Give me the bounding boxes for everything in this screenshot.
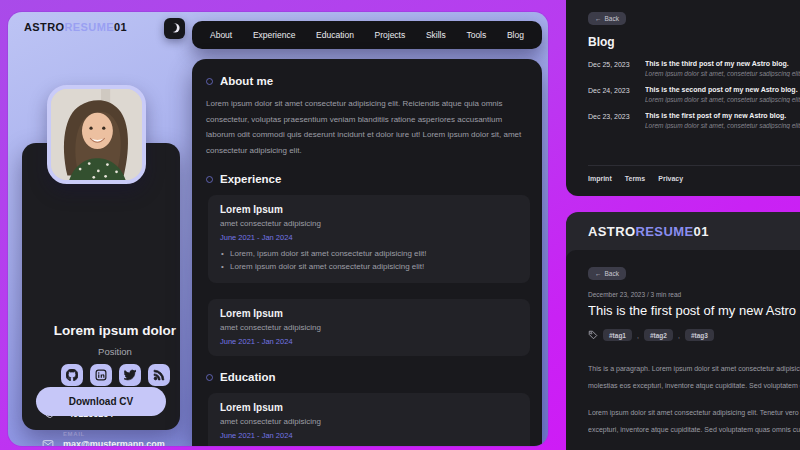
- post-paragraphs: This is a paragraph. Lorem ipsum dolor s…: [588, 361, 800, 450]
- linkedin-button[interactable]: [90, 364, 112, 386]
- profile-photo: [47, 85, 146, 184]
- back-label: Back: [605, 270, 619, 277]
- entry-subtitle: amet consectetur adipisicing: [220, 323, 518, 332]
- blog-page-title: Blog: [588, 35, 800, 49]
- profile-position: Position: [36, 346, 194, 357]
- blog-entry-title[interactable]: This is the second post of my new Astro …: [645, 86, 800, 93]
- site-logo[interactable]: ASTRORESUME01: [588, 224, 709, 239]
- screenshot-canvas: ASTRORESUME01 About Experience Education…: [0, 0, 800, 450]
- nav-item-tools[interactable]: Tools: [466, 30, 486, 40]
- back-arrow-icon: ←: [595, 15, 602, 22]
- about-heading: About me: [206, 75, 532, 87]
- moon-icon: [168, 23, 177, 32]
- contact-label: EMAIL: [63, 431, 165, 437]
- tag-pill[interactable]: #tag3: [685, 329, 714, 341]
- blog-footer: Imprint Terms Privacy: [588, 165, 800, 182]
- entry-date: June 2021 - Jan 2024: [220, 233, 518, 242]
- logo-part-astro: ASTRO: [24, 21, 65, 33]
- logo-part-num: 01: [114, 21, 127, 33]
- nav-item-experience[interactable]: Experience: [253, 30, 296, 40]
- blog-entry-row[interactable]: Dec 24, 2023 This is the second post of …: [588, 86, 800, 103]
- entry-date: June 2021 - Jan 2024: [220, 431, 518, 440]
- post-tags: #tag1 , #tag2 , #tag3: [588, 326, 800, 344]
- blog-entry-title[interactable]: This is the third post of my new Astro b…: [645, 60, 800, 67]
- entry-subtitle: amet consectetur adipisicing: [220, 417, 518, 426]
- main-nav: About Experience Education Projects Skil…: [192, 21, 542, 49]
- linkedin-icon: [95, 369, 107, 381]
- tag-pill[interactable]: #tag1: [603, 329, 632, 341]
- post-meta: December 23, 2023 / 3 min read: [588, 291, 800, 298]
- tag-separator: ,: [637, 332, 639, 339]
- logo-part-resume: RESUME: [636, 224, 694, 239]
- site-logo[interactable]: ASTRORESUME01: [24, 21, 127, 33]
- tag-icon: [588, 326, 598, 344]
- entry-bullet: Lorem ipsum dolor sit amet consectetur a…: [220, 261, 518, 274]
- blog-entries: Dec 25, 2023 This is the third post of m…: [588, 60, 800, 129]
- blog-post-panel: ASTRORESUME01 ←Back December 23, 2023 / …: [566, 212, 800, 450]
- paragraph-line: This is a paragraph. Lorem ipsum dolor s…: [588, 361, 800, 378]
- post-title: This is the first post of my new Astro b…: [588, 303, 800, 318]
- blog-entry-excerpt: Lorem ipsum dolor sit amet, consetetur s…: [645, 96, 800, 103]
- resume-content-panel: About me Lorem ipsum dolor sit amet cons…: [192, 59, 542, 446]
- section-ring-icon: [206, 374, 213, 381]
- blog-post-header: ASTRORESUME01: [566, 212, 800, 250]
- github-button[interactable]: [61, 364, 83, 386]
- blog-entry-date: Dec 23, 2023: [588, 112, 645, 129]
- contact-row-email: EMAIL max@mustermann.com: [42, 431, 165, 446]
- back-button[interactable]: ←Back: [588, 12, 626, 25]
- footer-link-terms[interactable]: Terms: [625, 175, 646, 182]
- theme-toggle-button[interactable]: [164, 18, 185, 39]
- contact-value-email: max@mustermann.com: [63, 439, 165, 446]
- education-title: Education: [220, 371, 276, 383]
- entry-bullet: Lorem, ipsum dolor sit amet consectetur …: [220, 248, 518, 261]
- entry-title: Lorem Ipsum: [220, 402, 518, 413]
- tag-separator: ,: [678, 332, 680, 339]
- entry-subtitle: amet consectetur adipisicing: [220, 219, 518, 228]
- logo-part-num: 01: [694, 224, 709, 239]
- blog-entry-row[interactable]: Dec 23, 2023 This is the first post of m…: [588, 112, 800, 129]
- tag-pill[interactable]: #tag2: [644, 329, 673, 341]
- back-arrow-icon: ←: [595, 270, 602, 277]
- nav-item-education[interactable]: Education: [316, 30, 354, 40]
- blog-entry-date: Dec 25, 2023: [588, 60, 645, 77]
- rss-button[interactable]: [148, 364, 170, 386]
- post-paragraph: This is a paragraph. Lorem ipsum dolor s…: [588, 361, 800, 394]
- logo-part-astro: ASTRO: [588, 224, 636, 239]
- blog-entry-excerpt: Lorem ipsum dolor sit amet, consetetur s…: [645, 122, 800, 129]
- nav-item-skills[interactable]: Skills: [426, 30, 446, 40]
- twitter-icon: [124, 369, 136, 381]
- entry-title: Lorem Ipsum: [220, 204, 518, 215]
- blog-entry-row[interactable]: Dec 25, 2023 This is the third post of m…: [588, 60, 800, 77]
- about-text: Lorem ipsum dolor sit amet consectetur a…: [206, 96, 532, 158]
- post-paragraph: Lorem ipsum dolor sit amet consectetur a…: [588, 405, 800, 438]
- paragraph-line: excepturi, inventore atque cupiditate. S…: [588, 422, 800, 439]
- experience-entry: Lorem Ipsum amet consectetur adipisicing…: [208, 195, 530, 283]
- nav-item-blog[interactable]: Blog: [507, 30, 524, 40]
- footer-divider: [588, 165, 800, 166]
- blog-entry-date: Dec 24, 2023: [588, 86, 645, 103]
- footer-link-imprint[interactable]: Imprint: [588, 175, 612, 182]
- section-ring-icon: [206, 78, 213, 85]
- resume-site-panel: ASTRORESUME01 About Experience Education…: [8, 12, 548, 446]
- social-links: [36, 364, 194, 386]
- nav-item-about[interactable]: About: [210, 30, 232, 40]
- paragraph-line: Lorem ipsum dolor sit amet consectetur a…: [588, 405, 800, 422]
- blog-post-body: ←Back December 23, 2023 / 3 min read Thi…: [566, 250, 800, 450]
- back-button[interactable]: ←Back: [588, 267, 626, 280]
- blog-entry-title[interactable]: This is the first post of my new Astro b…: [645, 112, 800, 119]
- email-icon: [42, 431, 55, 446]
- entry-date: June 2021 - Jan 2024: [220, 337, 518, 346]
- experience-entry: Lorem Ipsum amet consectetur adipisicing…: [208, 299, 530, 356]
- download-cv-button[interactable]: Download CV: [36, 387, 166, 416]
- entry-title: Lorem Ipsum: [220, 308, 518, 319]
- blog-entry-excerpt: Lorem ipsum dolor sit amet, consetetur s…: [645, 70, 800, 77]
- twitter-button[interactable]: [119, 364, 141, 386]
- about-title: About me: [220, 75, 273, 87]
- nav-item-projects[interactable]: Projects: [375, 30, 406, 40]
- logo-part-resume: RESUME: [65, 21, 114, 33]
- profile-card: Lorem ipsum dolor Position: [22, 143, 180, 430]
- section-ring-icon: [206, 176, 213, 183]
- education-heading: Education: [206, 371, 532, 383]
- footer-link-privacy[interactable]: Privacy: [658, 175, 683, 182]
- profile-name: Lorem ipsum dolor: [36, 323, 194, 338]
